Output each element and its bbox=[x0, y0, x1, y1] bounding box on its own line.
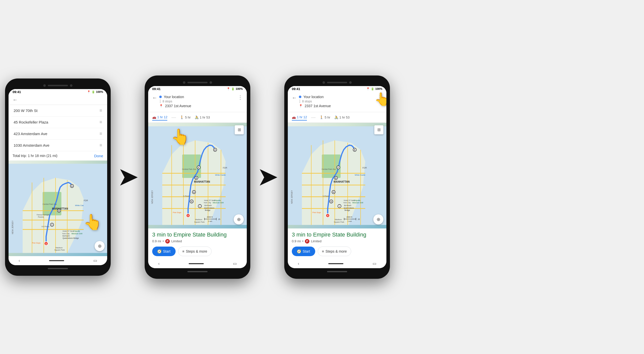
arrival-time-2: 3 min to Empire State Building bbox=[152, 231, 243, 238]
back-system-btn[interactable]: ‹ bbox=[19, 258, 20, 263]
route-more-btn-3[interactable]: ⋮ bbox=[377, 95, 382, 100]
svg-text:NEW JERSEY: NEW JERSEY bbox=[291, 190, 293, 204]
steps-button-3[interactable]: ≡ Steps & more bbox=[318, 247, 351, 256]
svg-text:S Photo: S Photo bbox=[323, 195, 329, 197]
transport-car-tab-3[interactable]: 🚗 1 hr 12 bbox=[292, 114, 307, 121]
route-dest-label-2: 2337 1st Avenue bbox=[165, 104, 191, 108]
battery-pct-2: 100% bbox=[236, 87, 243, 90]
route-header-top-2: ← Your location 8 stops bbox=[152, 94, 243, 108]
stop-item-4[interactable]: 1030 Amsterdam Ave ≡ bbox=[12, 140, 104, 151]
layers-button-2[interactable]: ⊞ bbox=[235, 125, 244, 134]
action-buttons-3: 🧭 Start ≡ Steps & more bbox=[292, 247, 382, 256]
phone-3-map[interactable]: A E F B H G I MANHATTAN NEW JERSEY bbox=[288, 123, 386, 228]
battery-icon-3: 🔋 bbox=[371, 87, 374, 91]
location-button[interactable]: ⊕ bbox=[95, 241, 105, 251]
arrival-details-3: 0.9 mi • P Limited bbox=[292, 239, 382, 244]
phone-2-map[interactable]: A E F B H G I MANHATTAN NEW JERS bbox=[148, 123, 247, 228]
svg-text:B: B bbox=[195, 177, 197, 179]
drag-handle-4[interactable]: ≡ bbox=[99, 143, 102, 148]
route-back-btn-3[interactable]: ← bbox=[292, 95, 297, 101]
phone-3-system-nav: ‹ ▭ bbox=[288, 259, 386, 268]
svg-text:S Photo: S Photo bbox=[183, 195, 190, 197]
svg-text:G: G bbox=[330, 200, 332, 203]
phone-3-time: 09:41 bbox=[292, 87, 300, 91]
route-dot-blue-3 bbox=[299, 96, 301, 98]
arrow-1: ➤ bbox=[118, 166, 137, 188]
phone-3-screen: 09:41 📍 🔋 100% ← Your location bbox=[288, 86, 386, 268]
phone-3-status-icons: 📍 🔋 100% bbox=[366, 87, 382, 91]
svg-text:H: H bbox=[193, 191, 195, 193]
battery-icon-2: 🔋 bbox=[231, 87, 235, 91]
home-handle-3[interactable] bbox=[328, 263, 343, 264]
start-label-3: Start bbox=[303, 249, 310, 253]
svg-text:Mexican Grill: Mexican Grill bbox=[213, 202, 224, 204]
phone-1-speaker bbox=[48, 85, 68, 86]
svg-text:Five Guys: Five Guys bbox=[312, 211, 321, 214]
route-stops-3: Your location 8 stops 📍 bbox=[299, 94, 375, 108]
transport-bike-tab-3[interactable]: 🚴 1 hr 53 bbox=[334, 114, 349, 120]
recent-system-btn-3[interactable]: ▭ bbox=[373, 261, 376, 266]
stop-item-2[interactable]: 45 Rockefeller Plaza ≡ bbox=[12, 116, 104, 128]
back-button[interactable]: ← bbox=[13, 97, 18, 102]
phone-1-screen: 09:41 📍 🔋 100% ← 200 W 70th St ≡ 45 Rock… bbox=[9, 89, 107, 265]
svg-text:E: E bbox=[354, 149, 355, 151]
svg-text:E: E bbox=[214, 149, 216, 151]
route-back-btn-2[interactable]: ← bbox=[152, 95, 157, 101]
phone-1-map[interactable]: A D B C MANHATTAN NEW JERSEY FDR Central… bbox=[9, 161, 107, 256]
recent-system-btn-2[interactable]: ▭ bbox=[233, 261, 237, 266]
phone-1-top-bar bbox=[9, 82, 107, 89]
phone-3-bottom-bar bbox=[288, 268, 386, 275]
svg-text:2000 ft: 2000 ft bbox=[346, 216, 352, 218]
recent-system-btn[interactable]: ▭ bbox=[93, 258, 97, 263]
phone-2-system-nav: ‹ ▭ bbox=[148, 259, 247, 268]
phone-2-status-bar: 09:41 📍 🔋 100% bbox=[148, 86, 247, 92]
start-button-2[interactable]: 🧭 Start bbox=[152, 247, 176, 256]
start-button-3[interactable]: 🧭 Start bbox=[292, 247, 315, 256]
drag-handle-2[interactable]: ≡ bbox=[99, 120, 102, 125]
home-handle[interactable] bbox=[49, 260, 64, 261]
arrival-to-3: to bbox=[307, 231, 313, 238]
drag-handle-3[interactable]: ≡ bbox=[99, 131, 102, 136]
done-button[interactable]: Done bbox=[94, 154, 103, 158]
route-stop-row-dest-3: 📍 2337 1st Avenue bbox=[299, 103, 375, 108]
scene: 09:41 📍 🔋 100% ← 200 W 70th St ≡ 45 Rock… bbox=[5, 75, 639, 279]
transport-bike-tab-2[interactable]: 🚴 1 hr 53 bbox=[195, 114, 210, 120]
svg-text:Hotel 57 New: Hotel 57 New bbox=[204, 199, 215, 201]
stop-item-1[interactable]: 200 W 70th St ≡ bbox=[12, 105, 104, 116]
svg-text:MANHATTAN: MANHATTAN bbox=[334, 180, 350, 183]
battery-pct-3: 100% bbox=[375, 87, 382, 90]
home-handle-2[interactable] bbox=[189, 263, 204, 264]
back-system-btn-2[interactable]: ‹ bbox=[158, 261, 159, 266]
bike-icon-2: 🚴 bbox=[195, 115, 199, 119]
back-system-btn-3[interactable]: ‹ bbox=[298, 261, 299, 266]
stop-item-3[interactable]: 423 Amsterdam Ave ≡ bbox=[12, 128, 104, 140]
svg-text:D: D bbox=[71, 185, 73, 187]
transport-divider-3: — bbox=[311, 115, 315, 120]
svg-text:F: F bbox=[338, 166, 339, 169]
phone-1-nav-bar: ← bbox=[9, 95, 107, 105]
transport-car-tab-2[interactable]: 🚗 1 hr 12 bbox=[152, 114, 167, 121]
bike-time-2: 1 hr 53 bbox=[200, 115, 210, 119]
drag-handle-1[interactable]: ≡ bbox=[99, 108, 102, 113]
svg-text:Five Guys: Five Guys bbox=[32, 242, 41, 244]
route-stops-2: Your location 8 stops 📍 bbox=[159, 94, 236, 108]
start-label-2: Start bbox=[163, 249, 171, 253]
phone-1-indicator bbox=[48, 268, 68, 269]
layers-button-3[interactable]: ⊞ bbox=[374, 125, 383, 134]
location-button-2[interactable]: ⊕ bbox=[234, 214, 244, 224]
transport-walk-tab-2[interactable]: 🚶 5 hr bbox=[180, 114, 190, 120]
steps-button-2[interactable]: ≡ Steps & more bbox=[178, 247, 212, 256]
route-more-btn-2[interactable]: ⋮ bbox=[238, 94, 243, 100]
svg-text:25: 25 bbox=[358, 218, 360, 220]
phone-2-camera-2 bbox=[210, 81, 212, 84]
phone-2-status-icons: 📍 🔋 100% bbox=[227, 87, 243, 91]
svg-text:White Cas: White Cas bbox=[75, 204, 84, 206]
svg-text:25: 25 bbox=[218, 218, 220, 220]
svg-text:Bridge: Bridge bbox=[205, 209, 211, 211]
svg-text:MANHATTAN: MANHATTAN bbox=[194, 180, 210, 183]
svg-text:NEW JERSEY: NEW JERSEY bbox=[11, 220, 14, 234]
svg-text:Mexican Grill: Mexican Grill bbox=[71, 232, 82, 234]
arrival-dest-2: Empire State Building bbox=[173, 231, 227, 238]
location-button-3[interactable]: ⊕ bbox=[373, 214, 383, 224]
transport-walk-tab-3[interactable]: 🚶 5 hr bbox=[319, 114, 330, 120]
